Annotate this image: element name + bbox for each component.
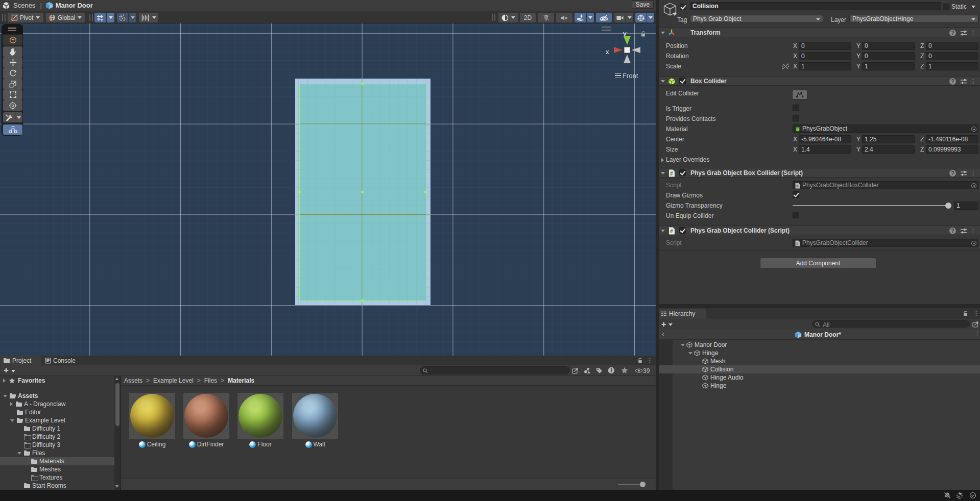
svg-text:#: # <box>670 229 673 234</box>
svg-text:#: # <box>670 171 673 177</box>
svg-text:Y: Y <box>100 17 103 21</box>
svg-text:#: # <box>796 184 799 188</box>
svg-text:#: # <box>796 241 799 246</box>
